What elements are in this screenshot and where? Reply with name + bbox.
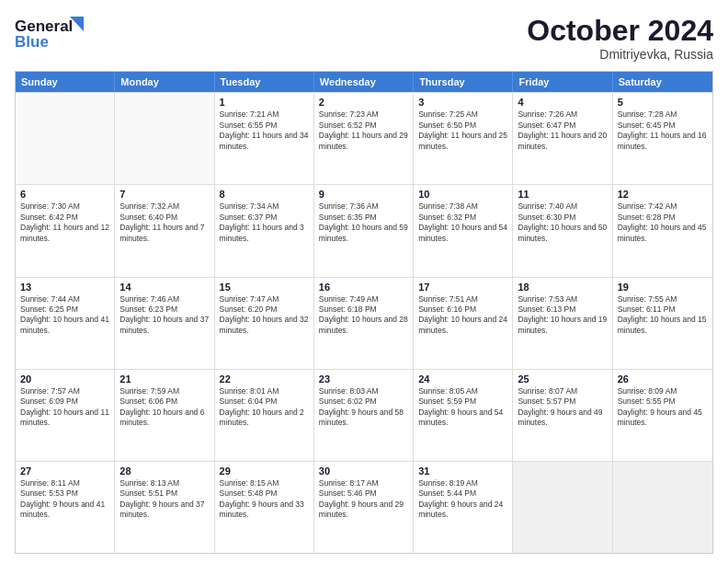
- day-number-3: 3: [418, 97, 507, 108]
- day-cell-27: 27Sunrise: 8:11 AM Sunset: 5:53 PM Dayli…: [16, 462, 115, 553]
- header: GeneralBlue October 2024 Dmitriyevka, Ru…: [15, 15, 713, 62]
- day-info-3: Sunrise: 7:25 AM Sunset: 6:50 PM Dayligh…: [418, 109, 507, 152]
- day-info-15: Sunrise: 7:47 AM Sunset: 6:20 PM Dayligh…: [220, 294, 309, 337]
- logo-icon: GeneralBlue: [15, 15, 88, 52]
- calendar-body: 1Sunrise: 7:21 AM Sunset: 6:55 PM Daylig…: [16, 92, 712, 553]
- day-number-13: 13: [20, 282, 109, 293]
- header-sunday: Sunday: [16, 72, 115, 92]
- day-info-14: Sunrise: 7:46 AM Sunset: 6:23 PM Dayligh…: [119, 294, 209, 337]
- day-info-24: Sunrise: 8:05 AM Sunset: 5:59 PM Dayligh…: [418, 386, 507, 429]
- empty-cell-4-6: [613, 462, 712, 553]
- day-number-7: 7: [119, 189, 209, 200]
- day-info-8: Sunrise: 7:34 AM Sunset: 6:37 PM Dayligh…: [220, 201, 309, 244]
- day-info-13: Sunrise: 7:44 AM Sunset: 6:25 PM Dayligh…: [20, 294, 109, 337]
- day-info-5: Sunrise: 7:28 AM Sunset: 6:45 PM Dayligh…: [618, 109, 708, 152]
- page: GeneralBlue October 2024 Dmitriyevka, Ru…: [0, 0, 728, 563]
- day-info-6: Sunrise: 7:30 AM Sunset: 6:42 PM Dayligh…: [20, 201, 109, 244]
- calendar-header: Sunday Monday Tuesday Wednesday Thursday…: [16, 72, 712, 92]
- week-row-1: 6Sunrise: 7:30 AM Sunset: 6:42 PM Daylig…: [16, 184, 712, 276]
- day-info-23: Sunrise: 8:03 AM Sunset: 6:02 PM Dayligh…: [319, 386, 408, 429]
- day-number-10: 10: [418, 189, 507, 200]
- week-row-0: 1Sunrise: 7:21 AM Sunset: 6:55 PM Daylig…: [16, 92, 712, 184]
- day-info-21: Sunrise: 7:59 AM Sunset: 6:06 PM Dayligh…: [119, 386, 209, 429]
- day-number-30: 30: [319, 465, 408, 477]
- day-info-30: Sunrise: 8:17 AM Sunset: 5:46 PM Dayligh…: [319, 478, 408, 521]
- day-cell-7: 7Sunrise: 7:32 AM Sunset: 6:40 PM Daylig…: [115, 185, 214, 276]
- day-number-28: 28: [119, 465, 209, 477]
- day-info-17: Sunrise: 7:51 AM Sunset: 6:16 PM Dayligh…: [418, 294, 507, 337]
- day-cell-16: 16Sunrise: 7:49 AM Sunset: 6:18 PM Dayli…: [314, 278, 414, 369]
- day-info-19: Sunrise: 7:55 AM Sunset: 6:11 PM Dayligh…: [618, 294, 708, 337]
- day-number-26: 26: [618, 373, 708, 385]
- day-number-4: 4: [518, 97, 607, 108]
- title-area: October 2024 Dmitriyevka, Russia: [527, 15, 713, 62]
- day-info-26: Sunrise: 8:09 AM Sunset: 5:55 PM Dayligh…: [618, 386, 708, 429]
- day-number-29: 29: [220, 465, 309, 477]
- day-cell-10: 10Sunrise: 7:38 AM Sunset: 6:32 PM Dayli…: [414, 185, 513, 276]
- day-cell-6: 6Sunrise: 7:30 AM Sunset: 6:42 PM Daylig…: [16, 185, 115, 276]
- day-cell-23: 23Sunrise: 8:03 AM Sunset: 6:02 PM Dayli…: [314, 370, 414, 461]
- day-cell-22: 22Sunrise: 8:01 AM Sunset: 6:04 PM Dayli…: [215, 370, 314, 461]
- day-number-2: 2: [319, 97, 408, 108]
- day-info-4: Sunrise: 7:26 AM Sunset: 6:47 PM Dayligh…: [518, 109, 607, 152]
- day-cell-28: 28Sunrise: 8:13 AM Sunset: 5:51 PM Dayli…: [115, 462, 214, 553]
- day-cell-31: 31Sunrise: 8:19 AM Sunset: 5:44 PM Dayli…: [414, 462, 513, 553]
- day-number-25: 25: [518, 373, 607, 385]
- day-cell-21: 21Sunrise: 7:59 AM Sunset: 6:06 PM Dayli…: [115, 370, 214, 461]
- day-cell-8: 8Sunrise: 7:34 AM Sunset: 6:37 PM Daylig…: [215, 185, 314, 276]
- day-cell-19: 19Sunrise: 7:55 AM Sunset: 6:11 PM Dayli…: [613, 278, 712, 369]
- day-number-8: 8: [220, 189, 309, 200]
- day-number-12: 12: [618, 189, 708, 200]
- header-thursday: Thursday: [414, 72, 513, 92]
- day-cell-29: 29Sunrise: 8:15 AM Sunset: 5:48 PM Dayli…: [215, 462, 314, 553]
- day-number-21: 21: [119, 373, 209, 385]
- day-info-29: Sunrise: 8:15 AM Sunset: 5:48 PM Dayligh…: [220, 478, 309, 521]
- day-info-31: Sunrise: 8:19 AM Sunset: 5:44 PM Dayligh…: [418, 478, 507, 521]
- week-row-3: 20Sunrise: 7:57 AM Sunset: 6:09 PM Dayli…: [16, 369, 712, 461]
- day-cell-4: 4Sunrise: 7:26 AM Sunset: 6:47 PM Daylig…: [513, 93, 612, 184]
- day-number-16: 16: [319, 282, 408, 293]
- week-row-2: 13Sunrise: 7:44 AM Sunset: 6:25 PM Dayli…: [16, 277, 712, 369]
- header-monday: Monday: [115, 72, 214, 92]
- day-cell-5: 5Sunrise: 7:28 AM Sunset: 6:45 PM Daylig…: [613, 93, 712, 184]
- day-info-22: Sunrise: 8:01 AM Sunset: 6:04 PM Dayligh…: [220, 386, 309, 429]
- day-info-1: Sunrise: 7:21 AM Sunset: 6:55 PM Dayligh…: [220, 109, 309, 152]
- calendar: Sunday Monday Tuesday Wednesday Thursday…: [15, 71, 713, 554]
- header-tuesday: Tuesday: [215, 72, 314, 92]
- svg-text:Blue: Blue: [15, 33, 49, 51]
- day-number-31: 31: [418, 465, 507, 477]
- day-number-5: 5: [618, 97, 708, 108]
- day-info-27: Sunrise: 8:11 AM Sunset: 5:53 PM Dayligh…: [20, 478, 109, 521]
- day-number-22: 22: [220, 373, 309, 385]
- header-wednesday: Wednesday: [314, 72, 414, 92]
- day-info-12: Sunrise: 7:42 AM Sunset: 6:28 PM Dayligh…: [618, 201, 708, 244]
- logo: GeneralBlue: [15, 15, 88, 52]
- day-cell-15: 15Sunrise: 7:47 AM Sunset: 6:20 PM Dayli…: [215, 278, 314, 369]
- day-cell-9: 9Sunrise: 7:36 AM Sunset: 6:35 PM Daylig…: [314, 185, 414, 276]
- day-number-27: 27: [20, 465, 109, 477]
- day-info-9: Sunrise: 7:36 AM Sunset: 6:35 PM Dayligh…: [319, 201, 408, 244]
- empty-cell-0-1: [115, 93, 214, 184]
- month-title: October 2024: [527, 15, 713, 47]
- day-cell-26: 26Sunrise: 8:09 AM Sunset: 5:55 PM Dayli…: [613, 370, 712, 461]
- day-info-10: Sunrise: 7:38 AM Sunset: 6:32 PM Dayligh…: [418, 201, 507, 244]
- day-info-2: Sunrise: 7:23 AM Sunset: 6:52 PM Dayligh…: [319, 109, 408, 152]
- day-info-18: Sunrise: 7:53 AM Sunset: 6:13 PM Dayligh…: [518, 294, 607, 337]
- day-cell-25: 25Sunrise: 8:07 AM Sunset: 5:57 PM Dayli…: [513, 370, 612, 461]
- day-info-20: Sunrise: 7:57 AM Sunset: 6:09 PM Dayligh…: [20, 386, 109, 429]
- day-cell-11: 11Sunrise: 7:40 AM Sunset: 6:30 PM Dayli…: [513, 185, 612, 276]
- day-cell-2: 2Sunrise: 7:23 AM Sunset: 6:52 PM Daylig…: [314, 93, 414, 184]
- day-info-25: Sunrise: 8:07 AM Sunset: 5:57 PM Dayligh…: [518, 386, 607, 429]
- header-saturday: Saturday: [613, 72, 712, 92]
- day-cell-13: 13Sunrise: 7:44 AM Sunset: 6:25 PM Dayli…: [16, 278, 115, 369]
- subtitle: Dmitriyevka, Russia: [527, 47, 713, 62]
- day-info-11: Sunrise: 7:40 AM Sunset: 6:30 PM Dayligh…: [518, 201, 607, 244]
- day-number-9: 9: [319, 189, 408, 200]
- day-number-1: 1: [220, 97, 309, 108]
- day-number-20: 20: [20, 373, 109, 385]
- header-friday: Friday: [513, 72, 612, 92]
- day-cell-3: 3Sunrise: 7:25 AM Sunset: 6:50 PM Daylig…: [414, 93, 513, 184]
- day-cell-17: 17Sunrise: 7:51 AM Sunset: 6:16 PM Dayli…: [414, 278, 513, 369]
- empty-cell-4-5: [513, 462, 612, 553]
- day-number-17: 17: [418, 282, 507, 293]
